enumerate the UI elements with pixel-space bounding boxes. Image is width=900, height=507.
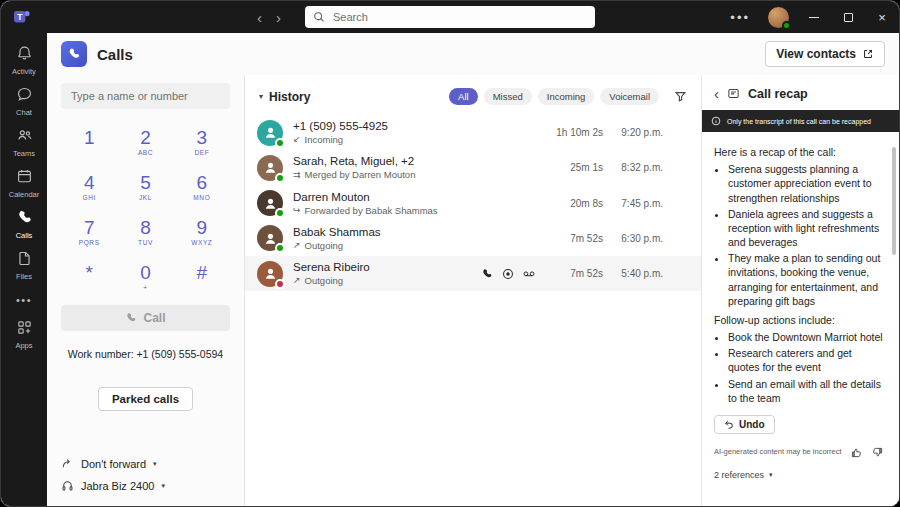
- filter-funnel-icon[interactable]: [674, 90, 687, 103]
- dial-key-7[interactable]: 7PQRS: [61, 209, 117, 254]
- view-contacts-button[interactable]: View contacts: [765, 41, 885, 67]
- profile-avatar[interactable]: [768, 7, 789, 28]
- minimize-icon: [809, 17, 819, 18]
- call-row[interactable]: Babak Shammas ↗Outgoing 7m 52s 6:30 p.m.: [245, 221, 701, 256]
- sidebar-item-calendar[interactable]: Calendar: [1, 163, 47, 204]
- call-time: 5:40 p.m.: [611, 268, 663, 279]
- presence-available-dot: [782, 21, 791, 30]
- sidebar-item-files[interactable]: Files: [1, 245, 47, 286]
- voicemail-icon[interactable]: [523, 268, 535, 280]
- sidebar-item-chat[interactable]: Chat: [1, 81, 47, 122]
- call-history-list: +1 (509) 555-4925 ↙Incoming 1h 10m 2s 9:…: [245, 115, 701, 291]
- sidebar-item-activity[interactable]: Activity: [1, 40, 47, 81]
- minimize-button[interactable]: [797, 1, 831, 33]
- call-duration: 1h 10m 2s: [545, 127, 603, 138]
- more-options-icon[interactable]: •••: [720, 10, 760, 25]
- call-time: 8:32 p.m.: [611, 162, 663, 173]
- call-duration: 7m 52s: [545, 268, 603, 279]
- search-box[interactable]: [305, 6, 595, 28]
- search-input[interactable]: [331, 10, 587, 24]
- recording-icon[interactable]: [502, 268, 514, 280]
- parked-calls-button[interactable]: Parked calls: [98, 387, 193, 411]
- undo-button[interactable]: Undo: [714, 415, 775, 434]
- dial-key-9[interactable]: 9WXYZ: [174, 209, 230, 254]
- dial-key-4[interactable]: 4GHI: [61, 164, 117, 209]
- dial-key-1[interactable]: 1: [61, 119, 117, 164]
- call-detail: Forwarded by Babak Shammas: [305, 205, 438, 217]
- recap-scrollbar[interactable]: [892, 139, 896, 500]
- chat-icon: [16, 86, 33, 105]
- apps-icon: [16, 319, 33, 338]
- call-row[interactable]: +1 (509) 555-4925 ↙Incoming 1h 10m 2s 9:…: [245, 115, 701, 150]
- key-digit: 2: [140, 128, 151, 147]
- key-digit: 5: [140, 173, 151, 192]
- call-time: 7:45 p.m.: [611, 198, 663, 209]
- key-digit: 6: [197, 173, 208, 192]
- dial-key-6[interactable]: 6MNO: [174, 164, 230, 209]
- call-forward-icon: [61, 457, 74, 470]
- thumbs-down-icon[interactable]: [872, 447, 883, 458]
- close-button[interactable]: ×: [865, 1, 899, 33]
- dial-input[interactable]: [61, 83, 230, 109]
- dial-key-2[interactable]: 2ABC: [117, 119, 173, 164]
- incoming-call-icon: ↙: [293, 134, 301, 146]
- dial-key-star[interactable]: *: [61, 254, 117, 299]
- call-row-selected[interactable]: Serena Ribeiro ↗Outgoing 7m 52s: [245, 256, 701, 291]
- collapse-chevron-icon[interactable]: ▾: [259, 92, 263, 101]
- forwarding-setting-dropdown[interactable]: Don't forward ▾: [61, 457, 230, 470]
- dial-key-3[interactable]: 3DEF: [174, 119, 230, 164]
- page-header: Calls View contacts: [47, 33, 899, 75]
- app-rail: Activity Chat Teams Calendar Calls Files: [1, 33, 47, 506]
- call-button[interactable]: Call: [61, 305, 230, 331]
- key-letters: PQRS: [79, 239, 100, 246]
- sidebar-item-calls[interactable]: Calls: [1, 204, 47, 245]
- forwarded-call-icon: ↪: [293, 205, 301, 217]
- close-icon: ×: [878, 11, 886, 24]
- disclaimer-row: AI-generated content may be incorrect: [714, 447, 883, 458]
- back-icon[interactable]: ‹: [257, 10, 262, 25]
- call-row[interactable]: Sarah, Reta, Miguel, +2 ⇉Merged by Darre…: [245, 150, 701, 185]
- back-icon[interactable]: ‹: [714, 86, 719, 101]
- phone-icon: [16, 209, 33, 228]
- titlebar: T ‹ › ••• ×: [1, 1, 899, 33]
- sidebar-item-apps[interactable]: Apps: [1, 314, 47, 355]
- maximize-button[interactable]: [831, 1, 865, 33]
- audio-device-dropdown[interactable]: Jabra Biz 2400 ▾: [61, 479, 230, 492]
- key-digit: 8: [140, 218, 151, 237]
- row-actions: [481, 268, 535, 280]
- forward-icon[interactable]: ›: [276, 10, 281, 25]
- key-letters: WXYZ: [191, 239, 212, 246]
- recap-point: Serena suggests planning a customer appr…: [728, 162, 883, 205]
- people-icon: [16, 127, 33, 146]
- sidebar-label: Calendar: [9, 190, 39, 199]
- recap-title: Call recap: [748, 87, 808, 101]
- dial-key-8[interactable]: 8TUV: [117, 209, 173, 254]
- call-row[interactable]: Darren Mouton ↪Forwarded by Babak Shamma…: [245, 186, 701, 221]
- dial-key-pound[interactable]: #: [174, 254, 230, 299]
- caller-name: +1 (509) 555-4925: [293, 119, 388, 134]
- scrollbar-thumb[interactable]: [892, 147, 896, 255]
- references-toggle[interactable]: 2 references ▾: [714, 469, 883, 481]
- rail-more-icon[interactable]: •••: [16, 286, 32, 314]
- filter-chip-missed[interactable]: Missed: [484, 88, 532, 105]
- teams-logo-icon: T: [13, 8, 31, 26]
- sidebar-label: Calls: [16, 231, 33, 240]
- merged-call-icon: ⇉: [293, 170, 301, 182]
- presence-busy-dot: [275, 279, 285, 289]
- recap-info-banner: Only the transcript of this call can be …: [702, 110, 899, 132]
- call-back-icon[interactable]: [481, 268, 493, 280]
- thumbs-up-icon[interactable]: [851, 447, 862, 458]
- dial-key-0[interactable]: 0+: [117, 254, 173, 299]
- key-letters: ABC: [138, 149, 153, 156]
- sidebar-item-teams[interactable]: Teams: [1, 122, 47, 163]
- filter-chip-incoming[interactable]: Incoming: [538, 88, 595, 105]
- maximize-icon: [844, 13, 853, 22]
- dial-key-5[interactable]: 5JKL: [117, 164, 173, 209]
- recap-intro: Here is a recap of the call:: [714, 145, 883, 159]
- key-digit: 4: [84, 173, 95, 192]
- audio-device-label: Jabra Biz 2400: [81, 480, 154, 492]
- filter-chip-voicemail[interactable]: Voicemail: [600, 88, 659, 105]
- filter-chip-all[interactable]: All: [449, 88, 478, 105]
- forwarding-setting-label: Don't forward: [81, 458, 146, 470]
- key-letters: DEF: [194, 149, 209, 156]
